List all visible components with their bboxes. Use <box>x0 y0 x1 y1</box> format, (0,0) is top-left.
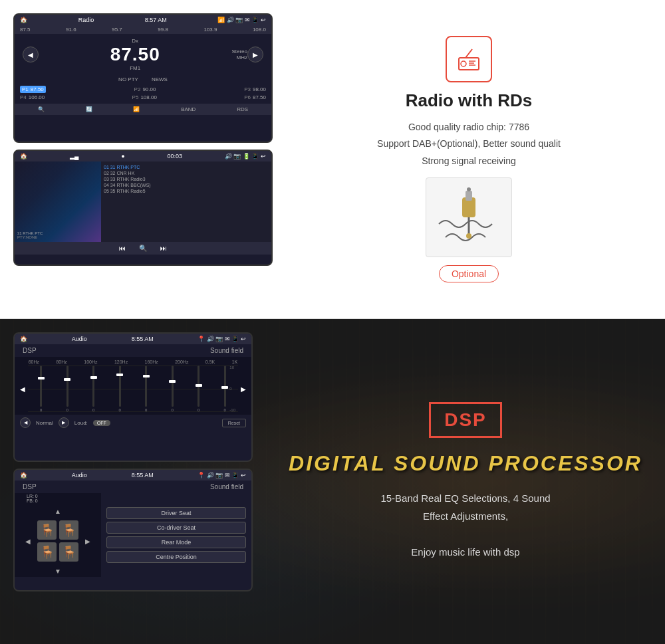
dsp-mode-label: Normal <box>36 420 53 426</box>
eq-slider-3[interactable]: 0 <box>92 366 94 412</box>
list-item[interactable]: 04 34 RTHK BBC(WS) <box>104 182 269 188</box>
eq-db-labels: 10 0 -10 <box>229 366 235 412</box>
tab-sound-field-sf[interactable]: Sound field <box>210 483 243 490</box>
dsp-status-icons: 📍 🔊 📷 ✉ 📱 ↩ <box>198 336 246 342</box>
seat-rr: 🪑 <box>59 542 78 562</box>
sf-up-arrow[interactable]: ▲ <box>55 508 61 515</box>
dsp-feature-4: Enjoy music life with dsp <box>380 543 550 561</box>
tab-dsp-sf[interactable]: DSP <box>23 483 37 490</box>
dab-dot: ● <box>121 153 124 160</box>
svg-point-1 <box>461 61 466 66</box>
dab-channel-bottom: 31 RTHK PTC PTY:NONE <box>17 231 98 239</box>
list-item[interactable]: 01 31 RTHK PTC <box>104 164 269 170</box>
dab-screen: 🏠 ▂▄ ● 00:03 🔊 📷 🔋 📱 ↩ 📷 31 RTHK PTC PTY… <box>13 150 273 266</box>
dsp-eq-area: 60Hz 80Hz 100Hz 120Hz 160Hz 200Hz 0.5K 1… <box>15 357 251 415</box>
list-item[interactable]: 03 33 RTHK Radio3 <box>104 176 269 182</box>
sf-left-arrow[interactable]: ◀ <box>25 538 31 545</box>
radio-prev-button[interactable]: ◀ <box>23 47 39 62</box>
eq-slider-7[interactable]: 0 <box>198 366 200 412</box>
radio-fm-label: FM1 <box>39 65 231 71</box>
dab-search-button[interactable]: 🔍 <box>139 245 147 252</box>
preset-p2[interactable]: P2 90.00 <box>134 86 156 93</box>
refresh-icon[interactable]: 🔄 <box>86 106 92 112</box>
eq-tracks-container: 0 0 0 0 <box>28 366 238 412</box>
eq-left-arrow[interactable]: ◀ <box>20 385 25 393</box>
sf-tabs: DSP Sound field <box>15 481 251 493</box>
centre-position-button[interactable]: Centre Position <box>106 551 246 563</box>
dab-status-icons: 🔊 📷 🔋 📱 ↩ <box>225 153 266 160</box>
list-item[interactable]: 02 32 CNR HK <box>104 170 269 176</box>
band-button[interactable]: BAND <box>181 106 196 112</box>
tab-dsp[interactable]: DSP <box>23 347 37 354</box>
rear-mode-button[interactable]: Rear Mode <box>106 536 246 548</box>
dsp-prev-button[interactable]: ◀ <box>20 417 31 428</box>
dsp-feature-3 <box>380 525 550 543</box>
seat-rl: 🪑 <box>37 542 57 562</box>
preset-row-2: P4 106.00 P5 108.00 P6 87.50 <box>20 94 266 100</box>
tab-sound-field[interactable]: Sound field <box>210 347 243 354</box>
dab-playlist: 01 31 RTHK PTC 02 32 CNR HK 03 33 RTHK R… <box>101 161 271 242</box>
dsp-tabs: DSP Sound field <box>15 344 251 357</box>
dsp-sf-screen: 🏠 Audio 8:55 AM 📍 🔊 📷 ✉ 📱 ↩ DSP Sound fi… <box>13 469 253 591</box>
svg-rect-7 <box>466 191 472 201</box>
dsp-loud-toggle[interactable]: OFF <box>93 420 110 426</box>
rds-button[interactable]: RDS <box>237 106 248 112</box>
preset-p4[interactable]: P4 106.00 <box>20 94 45 100</box>
eq-right-arrow[interactable]: ▶ <box>241 385 246 393</box>
sf-lr-label: LR: 0 FB: 0 <box>20 494 96 503</box>
eq-slider-2[interactable]: 0 <box>66 366 68 412</box>
status-icons: 📶 🔊 📷 ✉ 📱 ↩ <box>217 17 266 23</box>
sf-status-icons: 📍 🔊 📷 ✉ 📱 ↩ <box>198 472 246 479</box>
preset-p3[interactable]: P3 98.00 <box>244 86 266 93</box>
home-icon: 🏠 <box>20 17 27 23</box>
dab-home-icon: 🏠 <box>20 153 27 160</box>
dab-next-button[interactable]: ⏭ <box>160 245 167 252</box>
dsp-play-button[interactable]: ▶ <box>59 417 69 428</box>
sf-down-arrow[interactable]: ▼ <box>55 568 61 575</box>
search-icon[interactable]: 🔍 <box>38 106 45 112</box>
svg-rect-0 <box>459 58 479 70</box>
radio-right-info: Stereo MHz <box>231 49 247 60</box>
eq-slider-1[interactable]: 0 <box>40 366 42 412</box>
eq-slider-6[interactable]: 0 <box>172 366 174 412</box>
eq-slider-8[interactable]: 0 <box>224 366 226 412</box>
dab-status-bar: 🏠 ▂▄ ● 00:03 🔊 📷 🔋 📱 ↩ <box>15 151 271 161</box>
list-item[interactable]: 05 35 RTHK Radio5 <box>104 188 269 194</box>
dsp-feature-2: Effect Adjustments, <box>380 507 550 525</box>
preset-p1[interactable]: P1 87.50 <box>20 86 46 93</box>
sf-time: 8:55 AM <box>132 472 154 479</box>
dsp-reset-button[interactable]: Reset <box>222 419 246 427</box>
driver-seat-button[interactable]: Driver Seat <box>106 507 246 519</box>
dsp-sf-header: 🏠 Audio 8:55 AM 📍 🔊 📷 ✉ 📱 ↩ <box>15 470 251 481</box>
radio-next-button[interactable]: ▶ <box>247 47 263 62</box>
svg-point-8 <box>467 187 471 191</box>
eq-slider-4[interactable]: 0 <box>119 366 121 412</box>
seat-fl: 🪑 <box>37 520 57 540</box>
radio-toolbar: 🔍 🔄 📶 BAND RDS <box>15 104 271 115</box>
codriver-seat-button[interactable]: Co-driver Seat <box>106 522 246 534</box>
sf-home-icon: 🏠 <box>20 472 27 479</box>
dab-artwork: 📷 31 RTHK PTC PTY:NONE <box>15 161 101 242</box>
preset-p5[interactable]: P5 108.00 <box>132 94 157 100</box>
dab-time: 00:03 <box>168 153 183 160</box>
feature-3: Strong signal receiving <box>377 153 561 169</box>
wifi-icon[interactable]: 📶 <box>133 106 140 112</box>
radio-center: Dx 87.50 FM1 <box>39 38 231 71</box>
radio-screen: 🏠 Radio 8:57 AM 📶 🔊 📷 ✉ 📱 ↩ 87.5 91.6 95… <box>13 13 273 143</box>
sf-seat-diagram: LR: 0 FB: 0 ▲ ◀ 🪑 🪑 🪑 <box>15 493 101 577</box>
dab-controls: ⏮ 🔍 ⏭ <box>15 242 271 255</box>
radio-icon <box>456 48 482 71</box>
dsp-badge-box: DSP <box>429 402 502 438</box>
radio-main: ◀ Dx 87.50 FM1 Stereo MHz ▶ <box>15 34 271 75</box>
preset-p6[interactable]: P6 87.50 <box>244 94 266 100</box>
no-pty-label: NO PTY <box>118 76 138 82</box>
dab-prev-button[interactable]: ⏮ <box>119 245 126 252</box>
svg-line-5 <box>466 49 472 58</box>
sf-seats: 🪑 🪑 🪑 🪑 <box>35 518 81 564</box>
radio-time: 8:57 AM <box>145 17 167 23</box>
radio-app-label: Radio <box>78 17 94 23</box>
bottom-section: 🏠 Audio 8:55 AM 📍 🔊 📷 ✉ 📱 ↩ DSP Sound fi… <box>0 319 665 644</box>
eq-slider-5[interactable]: 0 <box>145 366 147 412</box>
dsp-badge: DSP <box>444 409 487 431</box>
sf-right-arrow[interactable]: ▶ <box>85 538 90 545</box>
